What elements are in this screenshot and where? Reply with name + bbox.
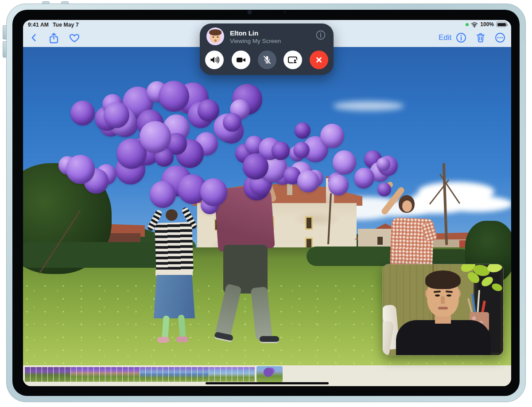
video-frame-thumbnail[interactable]: [65, 367, 70, 382]
video-frame-thumbnail[interactable]: [100, 367, 105, 382]
video-frame-thumbnail[interactable]: [42, 367, 47, 382]
video-frame-thumbnail[interactable]: [123, 367, 128, 382]
video-frame-thumbnail[interactable]: [203, 367, 209, 382]
video-frame-thumbnail[interactable]: [175, 367, 180, 382]
favorite-button[interactable]: [68, 31, 81, 44]
video-frame-thumbnail[interactable]: [163, 367, 168, 382]
facetime-panel: Elton Lin Viewing My Screen: [200, 23, 334, 75]
balloon: [333, 150, 357, 175]
info-button[interactable]: [455, 31, 467, 44]
video-frame-thumbnail[interactable]: [232, 367, 237, 382]
speaker-button[interactable]: [205, 51, 224, 69]
balloon: [66, 155, 95, 184]
share-icon: [48, 32, 59, 44]
video-frame-thumbnail[interactable]: [128, 367, 134, 382]
video-frame-thumbnail[interactable]: [71, 367, 76, 382]
video-frame-thumbnail[interactable]: [215, 367, 220, 382]
person-center-shoe: [260, 336, 279, 343]
video-frame-thumbnail[interactable]: [54, 367, 59, 382]
video-button[interactable]: [232, 51, 250, 69]
delete-button[interactable]: [474, 31, 487, 44]
video-frame-thumbnail[interactable]: [140, 367, 145, 382]
video-frame-thumbnail[interactable]: [59, 367, 65, 382]
video-frame-thumbnail[interactable]: [48, 367, 53, 382]
video-frame-thumbnail[interactable]: [88, 367, 93, 382]
more-button[interactable]: [494, 31, 506, 44]
video-frame-thumbnail[interactable]: [77, 367, 82, 382]
balloon: [70, 101, 95, 125]
status-date: Tue May 7: [53, 22, 79, 28]
page: 9:41 AMTue May 7 100%: [0, 0, 532, 407]
video-frame-thumbnail[interactable]: [198, 367, 203, 382]
back-button[interactable]: [28, 31, 40, 44]
battery-percent: 100%: [480, 21, 494, 27]
ellipsis-circle-icon: [494, 32, 506, 43]
pip-person-mouth: [438, 307, 448, 309]
video-frame-thumbnail[interactable]: [146, 367, 151, 382]
child-right-face: [402, 200, 412, 212]
video-frame-thumbnail[interactable]: [111, 367, 116, 382]
selected-thumbnail[interactable]: [256, 366, 283, 382]
avatar: [206, 27, 224, 45]
sensor-dot: [284, 11, 286, 13]
filmstrip: [25, 367, 255, 382]
status-left: 9:41 AMTue May 7: [28, 22, 79, 28]
video-frame-thumbnail[interactable]: [221, 367, 226, 382]
video-frame-thumbnail[interactable]: [25, 367, 30, 382]
video-camera-icon: [235, 55, 247, 65]
edit-button[interactable]: Edit: [439, 33, 451, 42]
home-indicator[interactable]: [206, 382, 329, 384]
video-frame-thumbnail[interactable]: [244, 367, 249, 382]
pip-self-video[interactable]: [383, 264, 503, 355]
mic-muted-icon: [262, 55, 272, 65]
heart-icon: [69, 32, 80, 43]
video-frame-thumbnail[interactable]: [105, 367, 111, 382]
pip-person-hair: [425, 270, 461, 289]
mic-muted-button[interactable]: [258, 51, 276, 69]
video-frame-thumbnail[interactable]: [186, 367, 191, 382]
house-chimney-2: [287, 183, 292, 195]
video-frame-thumbnail[interactable]: [249, 367, 255, 382]
info-icon: [315, 30, 326, 40]
video-frame-thumbnail[interactable]: [94, 367, 99, 382]
pip-person-eye: [435, 294, 440, 297]
status-time: 9:41 AM: [28, 22, 49, 28]
video-frame-thumbnail[interactable]: [238, 367, 243, 382]
filmstrip-bar: [23, 365, 511, 386]
battery-icon: [496, 22, 507, 27]
video-frame-thumbnail[interactable]: [31, 367, 36, 382]
balloon: [198, 99, 219, 121]
video-frame-thumbnail[interactable]: [169, 367, 174, 382]
balloon: [377, 183, 391, 196]
video-frame-thumbnail[interactable]: [226, 367, 232, 382]
video-frame-thumbnail[interactable]: [180, 367, 186, 382]
video-frame-thumbnail[interactable]: [151, 367, 157, 382]
front-camera: [248, 10, 252, 14]
share-button[interactable]: [47, 31, 60, 44]
hedge-center: [307, 247, 400, 266]
screen-share-button[interactable]: [283, 51, 302, 69]
screen-share-icon: [287, 55, 299, 65]
camera-active-dot: [466, 23, 469, 26]
balloon: [140, 121, 171, 153]
video-frame-thumbnail[interactable]: [157, 367, 163, 382]
end-call-button[interactable]: [310, 51, 328, 69]
balloon: [272, 141, 290, 160]
caller-status: Viewing My Screen: [230, 38, 281, 44]
avatar-eye: [217, 36, 218, 38]
ipad-device: 9:41 AMTue May 7 100%: [6, 4, 526, 402]
video-frame-thumbnail[interactable]: [117, 367, 122, 382]
balloon: [104, 102, 129, 128]
video-frame-thumbnail[interactable]: [36, 367, 42, 382]
balloon: [328, 175, 349, 196]
facetime-info-button[interactable]: [315, 29, 326, 41]
child-left-shoe: [157, 337, 169, 343]
pip-person-torso: [396, 320, 491, 355]
status-right: 100%: [466, 21, 507, 27]
video-frame-thumbnail[interactable]: [209, 367, 214, 382]
video-frame-thumbnail[interactable]: [192, 367, 197, 382]
child-left-shoe: [176, 337, 188, 342]
video-frame-thumbnail[interactable]: [134, 367, 140, 382]
video-frame-thumbnail[interactable]: [82, 367, 88, 382]
avatar-mouth: [214, 39, 217, 42]
